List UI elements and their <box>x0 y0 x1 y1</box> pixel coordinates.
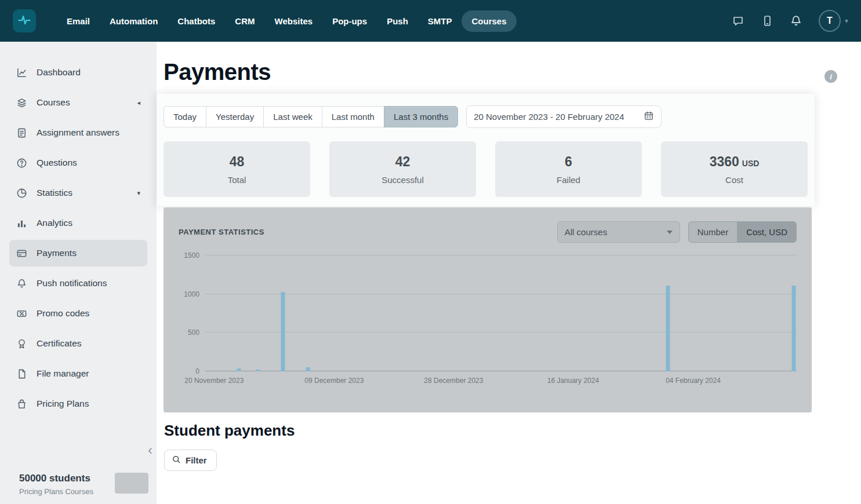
sidebar-footer: 50000 students Pricing Plans Courses <box>19 473 93 496</box>
nav-email[interactable]: Email <box>57 10 100 32</box>
sidebar-item-label: Questions <box>37 157 77 169</box>
sidebar-item-label: Promo codes <box>37 308 89 319</box>
nav-websites[interactable]: Websites <box>265 10 323 32</box>
bell-icon <box>16 278 28 289</box>
toggle-cost-button[interactable]: Cost, USD <box>737 221 797 243</box>
chart-bar <box>306 367 310 371</box>
chart-xlabel: 04 February 2024 <box>666 377 721 385</box>
nav-smtp[interactable]: SMTP <box>418 10 462 32</box>
chart-yaxis: 050010001500 <box>179 255 205 371</box>
chart-xlabel: 09 December 2023 <box>304 377 364 385</box>
chevron-down-icon <box>667 231 673 234</box>
metric-toggle-group: Number Cost, USD <box>688 221 797 243</box>
stat-card-successful: 42 Successful <box>329 141 476 197</box>
filter-button[interactable]: Filter <box>164 450 217 471</box>
chart-ytick-label: 1500 <box>184 251 199 260</box>
stat-value: 3360 <box>710 154 739 170</box>
account-menu[interactable]: T ▾ <box>819 10 848 32</box>
sidebar-item-promo-codes[interactable]: Promo codes <box>9 300 147 327</box>
nav-chatbots[interactable]: Chatbots <box>168 10 225 32</box>
avatar: T <box>819 10 841 32</box>
mobile-icon[interactable] <box>761 14 773 27</box>
sidebar-collapse-chevron[interactable]: ‹ <box>148 443 152 457</box>
page-title: Payments <box>164 59 271 85</box>
range-today-button[interactable]: Today <box>164 106 206 127</box>
sidebar-item-pricing-plans[interactable]: Pricing Plans <box>9 390 147 417</box>
caret-down-icon: ▾ <box>137 187 140 199</box>
nav-courses[interactable]: Courses <box>462 10 516 32</box>
sidebar-item-label: Statistics <box>37 187 72 199</box>
certificate-icon <box>16 338 28 349</box>
search-icon <box>172 455 181 466</box>
panel-controls: All courses Number Cost, USD <box>557 221 797 243</box>
sidebar-item-push-notifications[interactable]: Push notifications <box>9 270 147 297</box>
sidebar-item-label: Push notifications <box>37 277 107 289</box>
sidebar-item-certificates[interactable]: Certificates <box>9 330 147 357</box>
range-last-month-button[interactable]: Last month <box>322 106 384 127</box>
chart-bar <box>666 286 670 371</box>
nav-crm[interactable]: CRM <box>225 10 264 32</box>
stat-value: 48 <box>230 154 245 170</box>
chart-plot-column: 20 November 202309 December 202328 Decem… <box>205 255 797 385</box>
payments-summary-strip: Today Yesterday Last week Last month Las… <box>157 94 815 206</box>
range-yesterday-button[interactable]: Yesterday <box>206 106 264 127</box>
toggle-number-button[interactable]: Number <box>688 221 738 243</box>
app-logo[interactable] <box>13 9 36 32</box>
bag-icon <box>16 399 28 410</box>
pulse-icon <box>17 12 32 30</box>
stat-value: 42 <box>395 154 410 170</box>
nav-push[interactable]: Push <box>377 10 418 32</box>
dimmed-widget <box>115 473 148 494</box>
stat-card-total: 48 Total <box>164 141 310 197</box>
pie-chart-icon <box>16 188 28 199</box>
sidebar-item-label: Certificates <box>37 338 82 349</box>
credit-card-icon <box>16 248 28 259</box>
sidebar-item-courses[interactable]: Courses ◂ <box>9 89 147 116</box>
sidebar-item-label: File manager <box>37 368 89 379</box>
collapse-left-icon: ◂ <box>137 97 140 108</box>
info-icon[interactable]: i <box>824 70 837 83</box>
file-icon <box>16 368 28 379</box>
sidebar-item-assignment-answers[interactable]: Assignment answers <box>9 119 147 146</box>
chart-xlabel: 28 December 2023 <box>424 377 483 385</box>
sidebar-item-label: Payments <box>37 247 77 259</box>
sidebar-item-statistics[interactable]: Statistics ▾ <box>9 180 147 206</box>
stat-label: Successful <box>382 175 424 185</box>
panel-header: PAYMENT STATISTICS All courses Number Co… <box>179 221 797 243</box>
stat-card-cost: 3360 USD Cost <box>661 141 808 197</box>
students-count: 50000 students <box>19 473 93 484</box>
stat-label: Failed <box>557 175 580 185</box>
chart-gridline <box>205 294 797 294</box>
plan-label: Pricing Plans Courses <box>19 487 93 496</box>
sidebar-item-payments[interactable]: Payments <box>9 240 147 266</box>
dashboard-icon <box>16 67 28 78</box>
course-filter-select[interactable]: All courses <box>557 221 680 243</box>
nav-automation[interactable]: Automation <box>100 10 168 32</box>
chart-xlabel: 16 January 2024 <box>547 377 599 385</box>
sidebar-item-analytics[interactable]: Analytics <box>9 210 147 236</box>
nav-popups[interactable]: Pop-ups <box>322 10 377 32</box>
course-filter-value: All courses <box>565 227 607 237</box>
sidebar: Dashboard Courses ◂ Assignment answers Q… <box>0 42 157 504</box>
date-range-input[interactable]: 20 November 2023 - 20 February 2024 <box>466 105 662 128</box>
date-filter-row: Today Yesterday Last week Last month Las… <box>164 105 808 128</box>
stat-label: Cost <box>725 175 743 185</box>
chevron-down-icon: ▾ <box>845 17 848 25</box>
bell-icon[interactable] <box>790 14 802 27</box>
panel-title: PAYMENT STATISTICS <box>179 228 264 236</box>
range-last-3-months-button[interactable]: Last 3 months <box>384 106 458 127</box>
sidebar-item-label: Assignment answers <box>37 127 119 138</box>
range-last-week-button[interactable]: Last week <box>263 106 322 127</box>
student-payments-title: Student payments <box>164 422 295 440</box>
question-icon <box>16 158 28 169</box>
stat-card-failed: 6 Failed <box>495 141 642 197</box>
stat-label: Total <box>228 175 246 185</box>
sidebar-item-file-manager[interactable]: File manager <box>9 360 147 387</box>
sidebar-item-label: Analytics <box>37 217 72 229</box>
main-content: Payments i Today Yesterday Last week Las… <box>157 42 861 504</box>
payments-chart: 050010001500 20 November 202309 December… <box>179 255 797 385</box>
sidebar-item-dashboard[interactable]: Dashboard <box>9 59 147 86</box>
primary-nav: Email Automation Chatbots CRM Websites P… <box>57 10 517 32</box>
chat-icon[interactable] <box>732 14 744 27</box>
sidebar-item-questions[interactable]: Questions <box>9 149 147 176</box>
